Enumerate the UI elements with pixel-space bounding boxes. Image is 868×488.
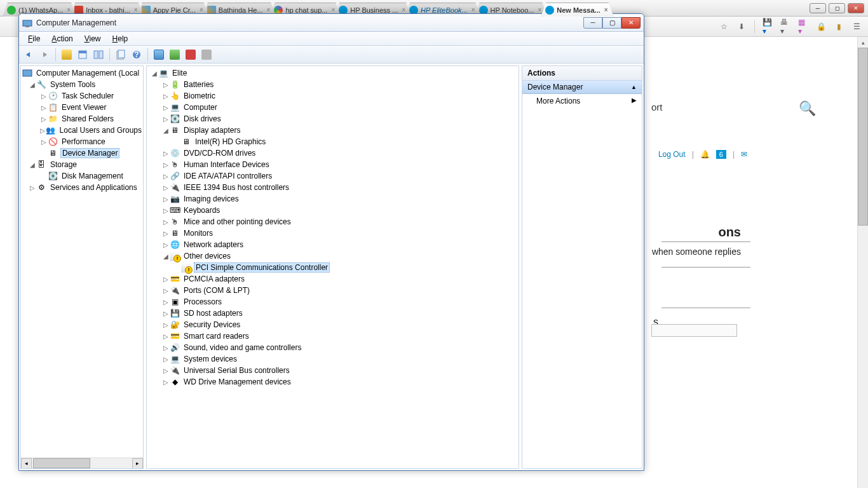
forward-button[interactable] xyxy=(37,48,51,62)
maximize-button[interactable]: ◻ xyxy=(829,3,845,13)
scroll-right-button[interactable]: ▸ xyxy=(132,458,143,469)
disable-button[interactable] xyxy=(200,48,214,62)
show-hide-button[interactable] xyxy=(92,48,105,62)
close-icon[interactable]: × xyxy=(65,6,72,13)
print-icon[interactable]: 🖶 ▾ xyxy=(780,22,790,32)
svg-rect-10 xyxy=(23,70,32,76)
cat-biometric[interactable]: ▷👆Biometric xyxy=(148,90,519,102)
page-scrollbar[interactable]: ▴ xyxy=(857,37,868,488)
console-tree[interactable]: Computer Management (Local ◢🔧System Tool… xyxy=(21,66,143,458)
cat-other-devices[interactable]: ◢Other devices xyxy=(148,250,519,262)
apps-icon[interactable]: ▦ ▾ xyxy=(798,22,808,32)
device-intel-hd[interactable]: 🖥Intel(R) HD Graphics xyxy=(148,136,519,147)
device-tree[interactable]: ◢💻Elite ▷🔋Batteries ▷👆Biometric ▷💻Comput… xyxy=(147,66,519,468)
cat-network[interactable]: ▷🌐Network adapters xyxy=(148,239,519,250)
cat-keyboards[interactable]: ▷⌨Keyboards xyxy=(148,205,519,216)
text-input-fragment[interactable] xyxy=(651,324,737,337)
tree-services-apps[interactable]: ▷⚙Services and Applications xyxy=(22,182,143,193)
save-icon[interactable]: 💾 ▾ xyxy=(763,22,773,32)
device-pci-simple-comm[interactable]: PCI Simple Communications Controller xyxy=(148,262,519,273)
logout-link[interactable]: Log Out xyxy=(658,150,686,159)
lock-icon[interactable]: 🔒 xyxy=(816,22,826,32)
titlebar[interactable]: Computer Management ─ ▢ ✕ xyxy=(19,14,644,32)
tab-newmessage[interactable]: New Messa...× xyxy=(541,3,613,17)
cat-hid[interactable]: ▷🖱Human Interface Devices xyxy=(148,159,519,170)
tree-local-users[interactable]: ▷👥Local Users and Groups xyxy=(22,125,143,136)
menu-action[interactable]: Action xyxy=(46,33,78,44)
tree-task-scheduler[interactable]: ▷🕑Task Scheduler xyxy=(22,90,143,102)
cat-pcmcia[interactable]: ▷💳PCMCIA adapters xyxy=(148,273,519,285)
cat-security[interactable]: ▷🔐Security Devices xyxy=(148,319,519,330)
cat-ports[interactable]: ▷🔌Ports (COM & LPT) xyxy=(148,285,519,296)
cat-sound[interactable]: ▷🔊Sound, video and game controllers xyxy=(148,342,519,353)
library-icon[interactable]: ▮ xyxy=(834,22,844,32)
cat-ide[interactable]: ▷🔗IDE ATA/ATAPI controllers xyxy=(148,170,519,182)
actions-context[interactable]: Device Manager ▲ xyxy=(522,81,642,94)
close-button[interactable]: ✕ xyxy=(621,17,641,29)
close-icon[interactable]: × xyxy=(400,6,407,13)
cat-wd-drive[interactable]: ▷◆WD Drive Management devices xyxy=(148,376,519,388)
close-icon[interactable]: × xyxy=(470,6,477,13)
horizontal-scrollbar[interactable]: ◂ ▸ xyxy=(21,458,143,468)
download-icon[interactable]: ⬇ xyxy=(736,22,747,32)
search-icon[interactable]: 🔍 xyxy=(799,100,816,117)
close-icon[interactable]: × xyxy=(536,6,543,13)
cat-smartcard[interactable]: ▷💳Smart card readers xyxy=(148,330,519,342)
tree-shared-folders[interactable]: ▷📁Shared Folders xyxy=(22,113,143,125)
more-actions-item[interactable]: More Actions ▶ xyxy=(522,94,642,108)
cat-system-devices[interactable]: ▷💻System devices xyxy=(148,353,519,365)
device-root[interactable]: ◢💻Elite xyxy=(148,67,519,79)
menu-file[interactable]: File xyxy=(23,33,45,44)
close-icon[interactable]: × xyxy=(133,6,139,13)
maximize-button[interactable]: ▢ xyxy=(602,17,621,29)
tree-root[interactable]: Computer Management (Local xyxy=(22,67,143,79)
cat-mice[interactable]: ▷🖱Mice and other pointing devices xyxy=(148,216,519,227)
cat-imaging[interactable]: ▷📷Imaging devices xyxy=(148,193,519,205)
svg-rect-3 xyxy=(79,51,86,53)
update-button[interactable] xyxy=(168,48,182,62)
cat-disk-drives[interactable]: ▷💽Disk drives xyxy=(148,113,519,125)
close-icon[interactable]: × xyxy=(198,6,205,13)
uninstall-button[interactable] xyxy=(184,48,198,62)
close-icon[interactable]: × xyxy=(603,6,609,13)
mail-icon[interactable]: ✉ xyxy=(741,150,747,159)
back-button[interactable] xyxy=(22,48,36,62)
close-icon[interactable]: × xyxy=(266,6,272,13)
minimize-button[interactable]: ─ xyxy=(810,3,826,13)
section-text-fragment: when someone replies xyxy=(652,247,741,257)
star-icon[interactable]: ☆ xyxy=(719,22,729,32)
tree-device-manager[interactable]: 🖥Device Manager xyxy=(22,147,143,159)
cat-display-adapters[interactable]: ◢🖥Display adapters xyxy=(148,125,519,136)
tree-system-tools[interactable]: ◢🔧System Tools xyxy=(22,79,143,90)
collapse-icon[interactable]: ▲ xyxy=(631,84,637,90)
tree-performance[interactable]: ▷🚫Performance xyxy=(22,136,143,147)
bell-icon[interactable]: 🔔 xyxy=(700,150,710,159)
menu-help[interactable]: Help xyxy=(107,33,133,44)
menu-icon[interactable]: ☰ xyxy=(851,22,862,32)
cat-usb[interactable]: ▷🔌Universal Serial Bus controllers xyxy=(148,365,519,376)
up-button[interactable] xyxy=(60,48,74,62)
help-button[interactable]: ? xyxy=(130,48,144,62)
device-tree-pane: ◢💻Elite ▷🔋Batteries ▷👆Biometric ▷💻Comput… xyxy=(146,65,519,469)
scan-button[interactable] xyxy=(152,48,166,62)
cat-monitors[interactable]: ▷🖥Monitors xyxy=(148,227,519,239)
cat-ieee1394[interactable]: ▷🔌IEEE 1394 Bus host controllers xyxy=(148,182,519,193)
cat-dvd[interactable]: ▷💿DVD/CD-ROM drives xyxy=(148,147,519,159)
tree-storage[interactable]: ◢🗄Storage xyxy=(22,159,143,170)
cat-computer[interactable]: ▷💻Computer xyxy=(148,102,519,113)
close-icon[interactable]: × xyxy=(330,6,336,13)
actions-pane: Actions Device Manager ▲ More Actions ▶ xyxy=(522,65,642,469)
minimize-button[interactable]: ─ xyxy=(583,17,602,29)
refresh-button[interactable] xyxy=(114,48,128,62)
menu-view[interactable]: View xyxy=(79,33,106,44)
tree-disk-management[interactable]: 💽Disk Management xyxy=(22,170,143,182)
svg-rect-4 xyxy=(94,51,98,58)
notification-count[interactable]: 6 xyxy=(716,150,726,159)
cat-batteries[interactable]: ▷🔋Batteries xyxy=(148,79,519,90)
close-button[interactable]: ✕ xyxy=(848,3,864,13)
scroll-left-button[interactable]: ◂ xyxy=(21,458,32,469)
properties-button[interactable] xyxy=(76,48,90,62)
cat-processors[interactable]: ▷▣Processors xyxy=(148,296,519,308)
cat-sd-host[interactable]: ▷💾SD host adapters xyxy=(148,308,519,319)
tree-event-viewer[interactable]: ▷📋Event Viewer xyxy=(22,102,143,113)
